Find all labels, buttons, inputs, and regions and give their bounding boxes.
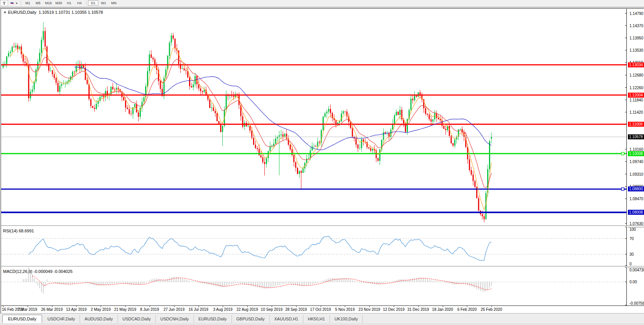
time-tick-label: 12 Dec 2019 — [383, 307, 405, 312]
toolbar: T ▼ M1M5M15M30H1H4D1W1MN — [0, 0, 644, 7]
chart-ohlc-values: 1.10519 1.10731 1.10355 1.10578 — [39, 10, 103, 15]
time-tick-label: 23 Nov 2019 — [359, 307, 380, 312]
time-tick — [443, 306, 443, 307]
timeframe-button-H4[interactable]: H4 — [74, 0, 85, 6]
timeframe-button-M30[interactable]: M30 — [54, 0, 64, 6]
time-tick-label: 7 Mar 2019 — [18, 307, 37, 312]
toolbar-separator — [21, 1, 21, 5]
time-tick-label: 22 Aug 2019 — [236, 307, 258, 312]
price-tick-label: 1.08470 — [629, 197, 644, 201]
price-tick-label: 1.11420 — [629, 110, 644, 114]
time-tick-label: 18 Jan 2020 — [432, 307, 453, 312]
tab-audusd-daily[interactable]: AUDUSD,Daily — [80, 315, 118, 323]
time-tick — [247, 306, 248, 307]
price-level-badge: 1.12004 — [628, 93, 644, 98]
time-tick — [52, 306, 52, 307]
time-tick-label: 13 Apr 2019 — [66, 307, 86, 312]
time-tick — [76, 306, 77, 307]
time-tick — [418, 306, 419, 307]
mt4-window: T ▼ M1M5M15M30H1H4D1W1MN ▼EURUSD,Daily 1… — [0, 0, 644, 325]
time-tick — [345, 306, 345, 307]
chart-scroll-strip[interactable] — [0, 6, 644, 8]
price-tick-label: 1.09310 — [629, 172, 644, 176]
text-tool-button[interactable]: T — [0, 0, 8, 6]
rsi-panel-canvas[interactable] — [1, 227, 628, 266]
chevron-down-icon: ▼ — [3, 11, 7, 14]
window-edge — [0, 323, 644, 325]
time-tick — [369, 306, 370, 307]
time-tick — [394, 306, 394, 307]
time-tick — [296, 306, 297, 307]
tab-eurusd-daily[interactable]: EURUSD,Daily — [2, 315, 42, 323]
tab-eurusd-daily[interactable]: EURUSD,Daily — [194, 315, 232, 323]
time-tick — [467, 306, 467, 307]
time-tick-label: 25 Feb 2020 — [481, 307, 502, 312]
time-tick-label: 6 Feb 2020 — [457, 307, 477, 312]
timeframe-button-D1[interactable]: D1 — [88, 0, 98, 6]
macd-indicator-label: MACD(12,26,9) -0.000049 -0.004025 — [3, 269, 73, 274]
cycle-arrows-button[interactable]: ▼ — [9, 0, 19, 6]
time-tick — [321, 306, 321, 307]
time-tick-label: 8 Jun 2019 — [140, 307, 159, 312]
price-tick-label: 1.13530 — [629, 48, 644, 52]
time-tick-label: 10 Sep 2019 — [261, 307, 283, 312]
level-drag-handle[interactable] — [621, 188, 624, 190]
rsi-axis-label: 70 — [629, 237, 644, 241]
cycle-arrows-icon — [10, 1, 15, 5]
time-tick — [223, 306, 223, 307]
rsi-indicator-label: RSI(14) 68.6991 — [3, 229, 34, 233]
time-tick — [272, 306, 272, 307]
candlesticks — [3, 22, 492, 222]
tab-gbpusd-daily[interactable]: GBPUSD,Daily — [232, 315, 270, 323]
timeframe-button-M5[interactable]: M5 — [33, 0, 43, 6]
timeframe-button-W1[interactable]: W1 — [98, 0, 109, 6]
timeframe-button-M15[interactable]: M15 — [43, 0, 54, 6]
price-tick-label: 1.11840 — [629, 98, 644, 102]
time-tick — [491, 306, 492, 307]
text-tool-label: T — [3, 1, 5, 5]
rsi-axis-label: 100 — [629, 227, 644, 232]
time-tick-label: 17 Oct 2019 — [310, 307, 331, 312]
time-tick-label: 16 Jul 2019 — [189, 307, 209, 312]
chart-symbol-label: EURUSD,Daily — [8, 10, 36, 15]
rsi-axis-label: 30 — [629, 252, 644, 256]
tab-usdcad-daily[interactable]: USDCAD,Daily — [118, 315, 156, 323]
current-price-badge: 1.10578 — [628, 134, 644, 139]
time-tick — [3, 306, 3, 307]
rsi-axis-label: 0 — [629, 262, 644, 266]
tab-hk50-h1[interactable]: HK50,H1 — [303, 315, 330, 323]
tab-usdcnh-daily[interactable]: USDCNH,Daily — [156, 315, 194, 323]
tab-xauusd-h1[interactable]: XAUUSD,H1 — [270, 315, 303, 323]
macd-panel-canvas[interactable] — [1, 267, 628, 305]
time-tick — [150, 306, 150, 307]
main-chart-canvas[interactable] — [1, 9, 628, 225]
time-tick-label: 27 Jun 2019 — [163, 307, 184, 312]
time-tick — [199, 306, 199, 307]
chart-header: ▼EURUSD,Daily 1.10519 1.10731 1.10355 1.… — [3, 10, 103, 15]
macd-axis-label: 0.00 — [629, 280, 644, 284]
tab-usdchf-daily[interactable]: USDCHF,Daily — [43, 315, 80, 323]
time-tick-label: 5 Nov 2019 — [335, 307, 355, 312]
toolbar-separator — [86, 1, 86, 5]
price-tick-label: 1.12680 — [629, 73, 644, 77]
timeframe-button-M1[interactable]: M1 — [23, 0, 33, 6]
timeframe-group: M1M5M15M30H1H4D1W1MN — [23, 0, 119, 6]
time-tick — [101, 306, 101, 307]
price-level-badge: 1.11009 — [628, 122, 644, 127]
price-tick-label: 1.13950 — [629, 36, 644, 40]
timeframe-button-MN[interactable]: MN — [109, 0, 119, 6]
macd-axis-label: 0.004738 — [629, 268, 644, 272]
time-tick — [174, 306, 174, 307]
tab-uk100-daily[interactable]: UK100,Daily — [330, 315, 363, 323]
macd-histogram — [18, 267, 491, 294]
level-drag-handle[interactable] — [621, 152, 624, 155]
time-tick — [125, 306, 126, 307]
price-tick-label: 1.12260 — [629, 86, 644, 90]
time-tick-label: 3 Aug 2019 — [213, 307, 233, 312]
macd-axis-label: -0.007584 — [629, 301, 644, 305]
time-axis[interactable]: 16 Feb 20197 Mar 201926 Mar 201913 Apr 2… — [1, 305, 644, 313]
timeframe-button-H1[interactable]: H1 — [64, 0, 74, 6]
rsi-line — [29, 236, 491, 261]
price-tick-label: 1.14370 — [629, 24, 644, 28]
price-level-badge: 1.08008 — [628, 210, 644, 215]
